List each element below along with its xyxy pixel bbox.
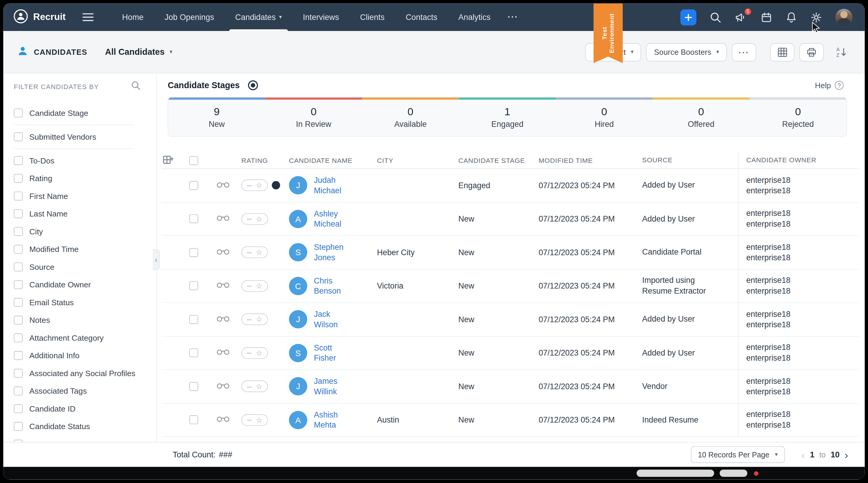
announcements-icon[interactable]: 5 (735, 11, 747, 23)
rating-chip[interactable]: -- ☆ (241, 280, 268, 292)
quick-view-icon[interactable] (216, 281, 230, 290)
candidate-name-link[interactable]: Scott Fisher (314, 343, 336, 363)
manage-columns-icon[interactable] (163, 155, 173, 166)
candidate-stages-toggle[interactable] (248, 81, 258, 90)
rating-chip[interactable]: -- ☆ (241, 313, 268, 325)
row-checkbox[interactable] (189, 415, 198, 424)
quick-view-icon[interactable] (216, 248, 230, 257)
more-actions-button[interactable]: ··· (732, 43, 756, 61)
quick-view-icon[interactable] (216, 382, 230, 391)
records-per-page-select[interactable]: 10 Records Per Page ▾ (690, 446, 785, 463)
nav-item[interactable]: Job Openings ▾ (154, 3, 224, 31)
calendar-icon[interactable] (761, 11, 772, 23)
filter-checkbox[interactable] (14, 369, 23, 378)
filter-checkbox[interactable] (14, 422, 23, 431)
filter-checkbox[interactable] (14, 109, 23, 118)
candidate-row[interactable]: -- ☆ J Judah Michael (162, 169, 859, 203)
app-brand[interactable]: Recruit (13, 9, 66, 26)
candidate-name-link[interactable]: Chris Benson (314, 276, 341, 296)
candidate-name-link[interactable]: Stephen Jones (314, 242, 343, 263)
filter-option[interactable]: Notes (14, 311, 156, 329)
quick-view-icon[interactable] (216, 415, 230, 424)
column-header-city[interactable]: CITY (373, 156, 454, 164)
pagination-prev-icon[interactable]: ‹ (802, 449, 805, 460)
filter-checkbox[interactable] (14, 156, 23, 165)
nav-item[interactable]: Candidates ▾ (225, 3, 292, 31)
candidate-name-link[interactable]: Ashish Mehta (314, 410, 338, 430)
candidate-name-link[interactable]: Judah Michael (314, 175, 341, 195)
filter-checkbox[interactable] (14, 280, 23, 289)
nav-item[interactable]: Analytics ▾ (448, 3, 501, 31)
filter-option[interactable]: Candidate Owner (14, 276, 156, 294)
nav-more-button[interactable]: ··· (501, 12, 525, 22)
filter-search-icon[interactable] (131, 81, 141, 93)
filter-option[interactable]: Associated Tags (14, 382, 156, 400)
filter-checkbox[interactable] (14, 191, 23, 201)
column-header-candidate-stage[interactable]: CANDIDATE STAGE (454, 156, 535, 164)
row-checkbox[interactable] (189, 349, 198, 357)
stage-summary-item[interactable]: 1 Engaged (459, 106, 556, 128)
nav-item[interactable]: Clients ▾ (349, 3, 395, 31)
candidate-row[interactable]: -- ☆ S Stephen Jones (162, 236, 859, 270)
rating-chip[interactable]: -- ☆ (241, 213, 268, 225)
sort-button[interactable]: AZ (832, 43, 851, 61)
filter-checkbox[interactable] (14, 227, 23, 236)
filter-checkbox[interactable] (14, 351, 23, 360)
help-link[interactable]: Help ? (815, 81, 844, 90)
row-checkbox[interactable] (189, 248, 198, 257)
filter-option[interactable] (14, 435, 156, 442)
candidate-row[interactable]: -- ☆ J Jack Wilson (162, 303, 859, 336)
table-view-button[interactable] (770, 43, 795, 61)
filter-checkbox[interactable] (14, 132, 23, 141)
filter-checkbox[interactable] (14, 298, 23, 307)
candidate-name-link[interactable]: Ashley Micheal (314, 209, 341, 229)
quick-view-icon[interactable] (216, 349, 230, 357)
column-header-candidate-name[interactable]: CANDIDATE NAME (285, 156, 373, 164)
filter-checkbox[interactable] (14, 440, 23, 442)
filter-option[interactable]: Associated any Social Profiles (14, 364, 156, 382)
column-header-modified-time[interactable]: MODIFIED TIME (535, 156, 637, 164)
row-checkbox[interactable] (189, 214, 198, 223)
quick-view-icon[interactable] (216, 315, 230, 324)
candidate-row[interactable]: -- ☆ A Ashley Micheal (162, 203, 859, 236)
nav-item[interactable]: Interviews ▾ (292, 3, 349, 31)
select-all-checkbox[interactable] (189, 156, 198, 165)
rating-chip[interactable]: -- ☆ (241, 414, 268, 426)
candidate-row[interactable]: -- ☆ A Ashish Mehta (162, 403, 859, 437)
rating-chip[interactable]: -- ☆ (241, 347, 268, 359)
rating-chip[interactable]: -- ☆ (241, 180, 268, 191)
candidate-row[interactable]: -- ☆ C Chris Benson (162, 270, 859, 303)
stage-summary-item[interactable]: 0 Available (362, 106, 459, 128)
rating-chip[interactable]: -- ☆ (241, 381, 268, 392)
stage-summary-item[interactable]: 0 Offered (653, 106, 749, 128)
filter-option[interactable]: Source (14, 258, 156, 276)
stage-summary-item[interactable]: 0 Hired (556, 106, 652, 128)
filter-checkbox[interactable] (14, 209, 23, 218)
bell-icon[interactable] (785, 11, 797, 23)
hamburger-menu-icon[interactable] (82, 13, 93, 21)
filter-checkbox[interactable] (14, 387, 23, 395)
rating-chip[interactable]: -- ☆ (241, 247, 268, 258)
filter-option[interactable]: Candidate Status (14, 418, 156, 435)
filter-option[interactable]: Last Name (14, 205, 156, 223)
search-icon[interactable] (710, 11, 721, 23)
filter-checkbox[interactable] (14, 262, 23, 271)
candidate-name-link[interactable]: Jack Wilson (314, 309, 338, 330)
filter-option[interactable]: To-Dos (14, 152, 156, 170)
filter-option[interactable]: First Name (14, 187, 156, 205)
view-selector[interactable]: All Candidates ▾ (105, 47, 172, 57)
sidebar-collapse-handle[interactable]: ‹ (153, 249, 160, 270)
column-header-candidate-owner[interactable]: CANDIDATE OWNER (738, 152, 859, 168)
row-checkbox[interactable] (189, 181, 198, 190)
settings-gear-icon[interactable] (811, 11, 822, 23)
row-checkbox[interactable] (189, 315, 198, 324)
row-selected-radio[interactable] (272, 181, 280, 190)
filter-checkbox[interactable] (14, 404, 23, 413)
filter-checkbox[interactable] (14, 315, 23, 325)
stage-summary-item[interactable]: 0 In Review (265, 106, 362, 128)
stage-summary-item[interactable]: 9 New (168, 106, 265, 128)
nav-item[interactable]: Home ▾ (112, 3, 154, 31)
print-button[interactable] (799, 43, 824, 61)
filter-option[interactable]: Email Status (14, 294, 156, 311)
filter-option[interactable]: Modified Time (14, 240, 156, 258)
